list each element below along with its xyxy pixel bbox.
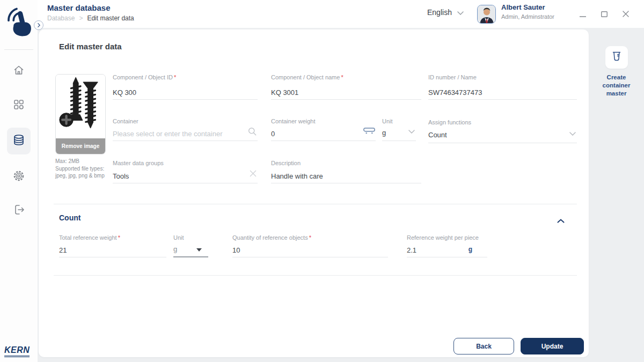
count-section-heading: Count (59, 213, 80, 222)
field-underline (382, 141, 416, 141)
total-reference-weight-input[interactable] (59, 246, 166, 254)
reference-weight-per-piece-field: Reference weight per piece g (407, 234, 487, 257)
unit-value: g (382, 129, 386, 137)
required-marker: * (309, 234, 311, 241)
create-container-master-label: Create container master (595, 73, 639, 98)
language-selector[interactable]: English (427, 8, 464, 17)
reference-weight-per-piece-value (407, 246, 460, 254)
field-label: Total reference weight (59, 234, 117, 241)
chevron-down-icon (457, 8, 464, 17)
edit-master-data-card: Edit master data (39, 29, 589, 357)
field-label: Reference weight per piece (407, 234, 479, 241)
remove-image-button[interactable]: Remove image (56, 138, 105, 154)
apps-grid-icon (12, 98, 25, 113)
minimize-icon (580, 10, 586, 19)
field-underline (271, 99, 421, 100)
field-underline (428, 99, 577, 100)
sidebar-item-settings[interactable] (7, 165, 31, 189)
container-input[interactable] (113, 130, 240, 138)
field-underline (113, 183, 258, 183)
app-window: KERN Master database Database > Edit mas… (0, 0, 644, 362)
id-number-input[interactable] (428, 88, 577, 97)
component-name-field: Component / Object name* (271, 74, 421, 100)
minimize-button[interactable] (577, 10, 588, 19)
database-icon (12, 134, 25, 149)
quantity-of-reference-objects-field: Quantity of reference objects* (232, 234, 388, 257)
container-weight-field: Container weight (271, 118, 376, 141)
logout-icon (12, 203, 25, 218)
description-field: Description (271, 160, 421, 183)
field-underline (428, 143, 577, 143)
content-area: Edit master data (38, 28, 644, 362)
field-label: Description (271, 160, 301, 166)
required-marker: * (174, 74, 176, 80)
avatar[interactable] (477, 5, 496, 24)
create-container-master-button[interactable]: Create container master (589, 46, 644, 98)
master-data-groups-field: Master data groups (113, 160, 258, 183)
container-weight-unit-dropdown[interactable]: Unit g (382, 118, 416, 141)
breadcrumb-parent[interactable]: Database (47, 14, 75, 22)
maximize-button[interactable] (599, 10, 610, 19)
close-button[interactable] (620, 10, 631, 19)
field-label: Unit (382, 118, 393, 124)
close-icon (623, 10, 629, 19)
sidebar-item-database[interactable] (7, 128, 31, 154)
assign-functions-value: Count (428, 131, 447, 139)
chevron-down-icon (569, 128, 576, 138)
hand-touch-logo (6, 4, 33, 43)
sidebar-expand-toggle[interactable] (34, 20, 43, 30)
master-data-groups-input[interactable] (113, 172, 241, 180)
assign-functions-dropdown[interactable]: Assign functions Count (428, 119, 577, 143)
update-button[interactable]: Update (521, 338, 584, 354)
field-underline-active (173, 256, 208, 257)
field-underline (271, 141, 376, 141)
chevron-right-icon (37, 20, 41, 30)
upload-supported-types: Supported file types: jpeg, jpg, png & b… (55, 165, 109, 179)
sidebar-item-logout[interactable] (7, 199, 31, 223)
scale-platform-icon[interactable] (363, 127, 376, 137)
total-reference-weight-field: Total reference weight* (59, 234, 166, 257)
sidebar: KERN (0, 0, 38, 362)
back-button[interactable]: Back (453, 338, 514, 354)
breadcrumb: Database > Edit master data (47, 14, 134, 22)
dropdown-triangle-icon (196, 248, 202, 252)
field-underline (113, 99, 258, 100)
description-input[interactable] (271, 172, 421, 180)
id-number-field: ID number / Name (428, 74, 577, 100)
field-underline (113, 141, 258, 141)
breadcrumb-separator: > (79, 14, 83, 22)
field-label: Component / Object name (271, 74, 340, 80)
clear-x-icon[interactable] (250, 169, 257, 179)
container-weight-input[interactable] (271, 130, 357, 138)
field-label: Container (113, 118, 138, 124)
container-beaker-icon (610, 49, 624, 65)
component-id-field: Component / Object ID* (113, 74, 258, 100)
field-label: Component / Object ID (113, 74, 173, 80)
product-image: Remove image (55, 74, 106, 154)
required-marker: * (341, 74, 343, 80)
field-underline (271, 183, 421, 183)
language-label: English (427, 8, 452, 17)
sidebar-item-home[interactable] (7, 60, 31, 83)
sidebar-item-apps[interactable] (7, 94, 31, 117)
sidebar-divider (4, 49, 33, 50)
component-id-input[interactable] (113, 88, 258, 97)
user-name[interactable]: Albert Sauter (501, 3, 545, 11)
settings-gear-icon (12, 169, 25, 184)
count-collapse-button[interactable] (557, 216, 566, 222)
section-divider (54, 204, 577, 204)
page-title: Master database (47, 3, 111, 12)
header-bar: Master database Database > Edit master d… (38, 0, 644, 28)
chevron-down-icon (408, 126, 415, 136)
component-name-input[interactable] (271, 88, 421, 97)
search-icon[interactable] (248, 127, 257, 138)
required-marker: * (118, 234, 120, 241)
per-piece-unit: g (469, 246, 472, 253)
field-label: ID number / Name (428, 74, 477, 80)
field-label: Assign functions (428, 119, 471, 125)
field-label: Unit (173, 234, 184, 241)
field-label: Master data groups (113, 160, 164, 166)
count-unit-dropdown[interactable]: Unit g (173, 234, 208, 257)
quantity-input[interactable] (232, 246, 388, 254)
chevron-up-icon (557, 216, 565, 225)
